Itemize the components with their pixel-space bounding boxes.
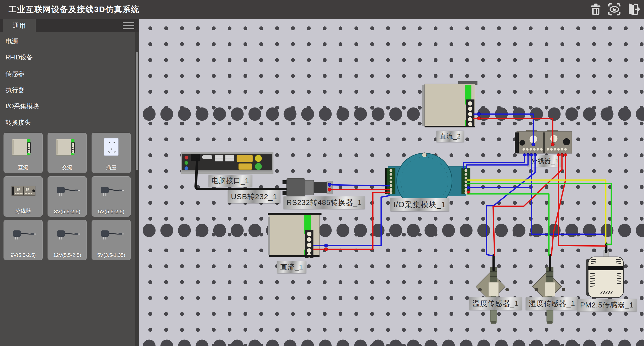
power-supply-icon (8, 136, 38, 159)
tile-socket[interactable]: 插座 (92, 133, 131, 173)
sidebar: 通用 电源 RFID设备 传感器 执行器 I/O采集模块 转换接头 直流 (0, 19, 139, 346)
device-label-usb-232[interactable]: USB转232_1 (228, 190, 280, 203)
menu-item-rfid[interactable]: RFID设备 (0, 49, 135, 66)
tile-label: 9V(5.5-2.5) (4, 252, 43, 258)
adapter-icon (8, 224, 38, 246)
topbar-icon-group (589, 2, 640, 16)
tile-ac-power[interactable]: 交流 (48, 133, 87, 173)
sidebar-tab-bar: 通用 (0, 19, 139, 32)
device-label-humidity[interactable]: 湿度传感器_1 (526, 297, 578, 310)
category-menu: 电源 RFID设备 传感器 执行器 I/O采集模块 转换接头 (0, 33, 135, 131)
tile-splitter[interactable]: 分线器 (4, 176, 43, 217)
device-pm25-sensor[interactable] (586, 251, 623, 298)
tile-adapter-5v[interactable]: 5V(5.5-2.5) (92, 176, 131, 217)
tile-adapter-12v[interactable]: 12V(5.5-2.5) (48, 220, 87, 260)
tile-dc-power[interactable]: 直流 (4, 133, 43, 173)
menu-item-actuator[interactable]: 执行器 (0, 82, 135, 98)
hamburger-menu-icon[interactable] (123, 22, 134, 29)
device-label-computer-interface[interactable]: 电脑接口_1 (209, 175, 252, 187)
device-label-splitter[interactable]: 分线器_1 (528, 155, 562, 167)
adapter-icon (96, 224, 126, 246)
device-temperature-sensor[interactable] (476, 267, 509, 324)
menu-item-adapter[interactable]: 转换接头 (0, 114, 135, 131)
device-computer-interface[interactable] (181, 152, 273, 174)
tile-label: 5V(3.5-1.35) (92, 252, 131, 258)
exit-icon[interactable] (626, 2, 640, 16)
adapter-icon (52, 224, 82, 246)
device-label-temperature[interactable]: 温度传感器_1 (469, 297, 522, 310)
device-label-io-module[interactable]: I/O采集模块_1 (390, 198, 449, 211)
tile-adapter-3v[interactable]: 3V(5.5-2.5) (48, 176, 87, 217)
tile-label: 分线器 (4, 207, 43, 215)
device-label-rs232-485[interactable]: RS232转485转换器_1 (284, 196, 365, 209)
device-tile-grid: 直流 交流 (4, 133, 131, 260)
sidebar-scrollbar-thumb[interactable] (136, 52, 138, 170)
sidebar-scrollbar-track (135, 32, 139, 346)
power-supply-icon (52, 136, 82, 159)
menu-item-io-module[interactable]: I/O采集模块 (0, 98, 135, 114)
device-rs232-485-converter[interactable] (283, 178, 333, 197)
device-dc-power-2[interactable] (422, 81, 477, 127)
device-label-pm25[interactable]: PM2.5传感器_1 (577, 299, 637, 312)
device-label-dc-1[interactable]: 直流_1 (277, 261, 306, 273)
menu-item-sensor[interactable]: 传感器 (0, 65, 135, 82)
device-humidity-sensor[interactable] (532, 267, 565, 324)
tile-label: 12V(5.5-2.5) (48, 252, 87, 258)
top-bar: 工业互联网设备及接线3D仿真系统 (0, 0, 644, 19)
trash-icon[interactable] (589, 2, 603, 16)
simulation-canvas[interactable]: 电脑接口_1 USB转232_1 RS232转485转换器_1 I/O采集模块_… (139, 19, 644, 346)
tile-label: 直流 (4, 164, 43, 171)
device-splitter[interactable] (515, 130, 572, 153)
socket-icon (96, 136, 126, 159)
device-dc-power-1[interactable] (268, 213, 321, 258)
tile-label: 插座 (92, 164, 131, 171)
splitter-icon (8, 180, 38, 203)
adapter-icon (96, 180, 126, 203)
menu-item-power[interactable]: 电源 (0, 33, 135, 49)
device-label-dc-2[interactable]: 直流_2 (436, 131, 464, 142)
view-scan-icon[interactable] (607, 2, 621, 16)
tile-label: 3V(5.5-2.5) (48, 209, 87, 215)
tile-adapter-9v[interactable]: 9V(5.5-2.5) (4, 220, 43, 260)
app-title: 工业互联网设备及接线3D仿真系统 (9, 4, 140, 15)
tile-label: 交流 (48, 164, 87, 171)
adapter-icon (52, 180, 82, 203)
tab-general[interactable]: 通用 (3, 19, 36, 32)
tile-label: 5V(5.5-2.5) (92, 209, 131, 215)
tile-adapter-5v-slim[interactable]: 5V(3.5-1.35) (92, 220, 131, 260)
